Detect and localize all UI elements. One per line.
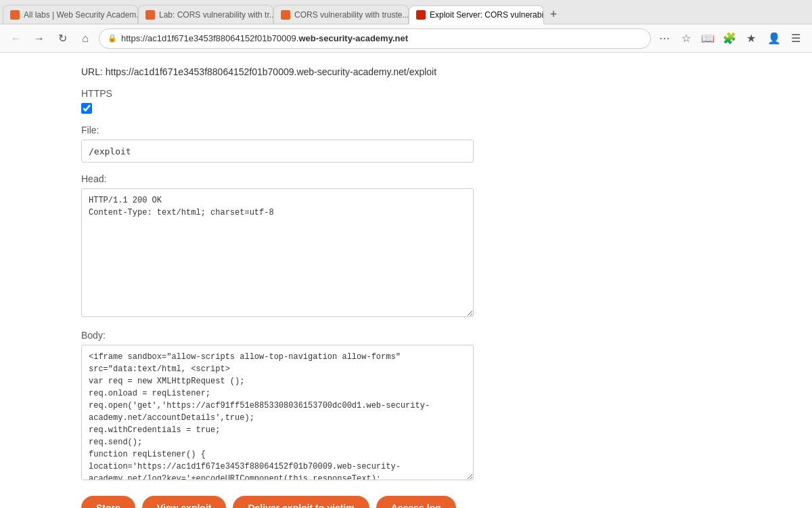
profile-area: 👤 ☰ (765, 29, 805, 48)
back-button[interactable]: ← (7, 29, 26, 48)
head-label: Head: (81, 173, 731, 184)
url-value: https://ac1d1f671e3453f88064152f01b70009… (106, 66, 436, 77)
tab-3[interactable]: CORS vulnerability with truste... ✕ (273, 5, 409, 24)
tab-3-favicon (281, 10, 290, 20)
url-label: URL: (81, 66, 103, 77)
head-textarea[interactable]: HTTP/1.1 200 OK Content-Type: text/html;… (81, 188, 474, 317)
bookmarks-button[interactable]: ⋯ (655, 29, 674, 48)
tab-2-favicon (145, 10, 155, 20)
tab-bar: All labs | Web Security Academ... ✕ Lab:… (0, 0, 812, 24)
file-input[interactable] (81, 140, 474, 163)
pocket-button[interactable]: ☆ (677, 29, 696, 48)
star-button[interactable]: ★ (742, 29, 761, 48)
address-domain: web-security-academy.net (298, 33, 408, 43)
body-field-group: Body: <iframe sandbox="allow-scripts all… (81, 330, 731, 482)
reader-button[interactable]: 📖 (698, 29, 717, 48)
refresh-button[interactable]: ↻ (53, 29, 72, 48)
address-bar[interactable]: 🔒 https://ac1d1f671e3453f88064152f01b700… (99, 28, 651, 49)
new-tab-button[interactable]: + (544, 5, 563, 24)
access-log-button[interactable]: Access log (376, 496, 456, 508)
head-field-group: Head: HTTP/1.1 200 OK Content-Type: text… (81, 173, 731, 319)
tab-1[interactable]: All labs | Web Security Academ... ✕ (3, 5, 138, 24)
nav-bar: ← → ↻ ⌂ 🔒 https://ac1d1f671e3453f8806415… (0, 24, 812, 53)
extensions-button[interactable]: 🧩 (720, 29, 739, 48)
https-label: HTTPS (81, 88, 731, 99)
tab-4-label: Exploit Server: CORS vulnerabi... (430, 10, 544, 20)
view-exploit-button[interactable]: View exploit (142, 496, 227, 508)
button-row: Store View exploit Deliver exploit to vi… (81, 496, 731, 508)
tab-2-label: Lab: CORS vulnerability with tr... (159, 10, 273, 20)
nav-icons: ⋯ ☆ 📖 🧩 ★ (655, 29, 761, 48)
forward-button[interactable]: → (30, 29, 49, 48)
menu-button[interactable]: ☰ (786, 29, 805, 48)
tab-4[interactable]: Exploit Server: CORS vulnerabi... ✕ (409, 5, 544, 24)
https-checkbox-wrapper (81, 103, 731, 114)
tab-1-label: All labs | Web Security Academ... (24, 10, 138, 20)
home-button[interactable]: ⌂ (76, 29, 95, 48)
tab-3-label: CORS vulnerability with truste... (294, 10, 409, 20)
url-display: URL: https://ac1d1f671e3453f88064152f01b… (81, 66, 731, 77)
page-content: URL: https://ac1d1f671e3453f88064152f01b… (0, 53, 812, 508)
tab-1-favicon (10, 10, 20, 20)
body-textarea[interactable]: <iframe sandbox="allow-scripts allow-top… (81, 345, 474, 480)
body-label: Body: (81, 330, 731, 341)
address-text: https://ac1d1f671e3453f88064152f01b70009… (121, 33, 408, 43)
lock-icon: 🔒 (108, 34, 117, 43)
deliver-exploit-button[interactable]: Deliver exploit to victim (233, 496, 369, 508)
file-field-group: File: (81, 125, 731, 163)
https-checkbox[interactable] (81, 103, 92, 114)
store-button[interactable]: Store (81, 496, 135, 508)
tab-2[interactable]: Lab: CORS vulnerability with tr... ✕ (138, 5, 273, 24)
address-prefix: https://ac1d1f671e3453f88064152f01b70009… (121, 33, 298, 43)
https-section: HTTPS (81, 88, 731, 114)
profile-button[interactable]: 👤 (765, 29, 784, 48)
file-label: File: (81, 125, 731, 135)
tab-4-favicon (416, 10, 426, 20)
